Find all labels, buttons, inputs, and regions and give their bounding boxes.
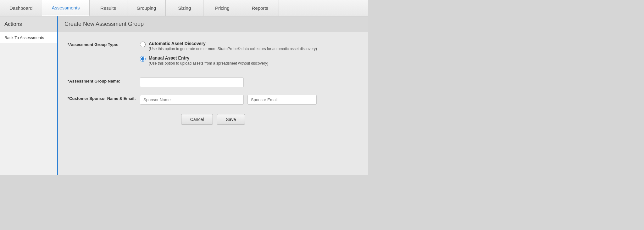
sidebar-header: Actions	[0, 16, 57, 32]
radio-manual[interactable]	[140, 56, 146, 62]
save-button[interactable]: Save	[217, 114, 245, 125]
cancel-button[interactable]: Cancel	[181, 114, 213, 125]
tab-bar: Dashboard Assessments Results Grouping S…	[0, 0, 368, 16]
sidebar-item-back-to-assessments[interactable]: Back To Assessments	[0, 32, 57, 43]
customer-sponsor-label: *Customer Sponsor Name & Email:	[68, 95, 140, 101]
assessment-group-type-row: *Assessment Group Type: Automatic Asset …	[68, 41, 358, 70]
radio-automatic-label[interactable]: Automatic Asset Discovery	[149, 41, 317, 46]
radio-option-automatic: Automatic Asset Discovery (Use this opti…	[140, 41, 358, 51]
form-body: *Assessment Group Type: Automatic Asset …	[58, 32, 368, 134]
sponsor-name-input[interactable]	[140, 95, 244, 105]
sidebar: Actions Back To Assessments	[0, 16, 58, 175]
radio-automatic[interactable]	[140, 42, 146, 47]
form-title: Create New Assessment Group	[58, 16, 368, 32]
main-content: Actions Back To Assessments Create New A…	[0, 16, 368, 175]
tab-dashboard[interactable]: Dashboard	[0, 0, 42, 16]
assessment-group-name-input[interactable]	[140, 78, 244, 87]
tab-results[interactable]: Results	[90, 0, 127, 16]
assessment-group-name-label: *Assessment Group Name:	[68, 78, 140, 83]
button-row: Cancel Save	[68, 114, 358, 125]
sponsor-email-input[interactable]	[247, 95, 317, 105]
radio-automatic-desc: (Use this option to generate one or more…	[149, 47, 317, 51]
customer-sponsor-row: *Customer Sponsor Name & Email:	[68, 95, 358, 105]
radio-manual-desc: (Use this option to upload assets from a…	[149, 61, 268, 66]
radio-option-manual: Manual Asset Entry (Use this option to u…	[140, 55, 358, 66]
assessment-group-name-row: *Assessment Group Name:	[68, 78, 358, 87]
tab-pricing[interactable]: Pricing	[203, 0, 241, 16]
sponsor-inputs	[140, 95, 358, 105]
tab-assessments[interactable]: Assessments	[42, 0, 89, 16]
assessment-group-type-label: *Assessment Group Type:	[68, 41, 140, 47]
radio-group: Automatic Asset Discovery (Use this opti…	[140, 41, 358, 70]
form-panel: Create New Assessment Group *Assessment …	[58, 16, 368, 175]
tab-grouping[interactable]: Grouping	[127, 0, 166, 16]
tab-reports[interactable]: Reports	[241, 0, 279, 16]
radio-manual-label[interactable]: Manual Asset Entry	[149, 55, 268, 60]
tab-sizing[interactable]: Sizing	[166, 0, 203, 16]
